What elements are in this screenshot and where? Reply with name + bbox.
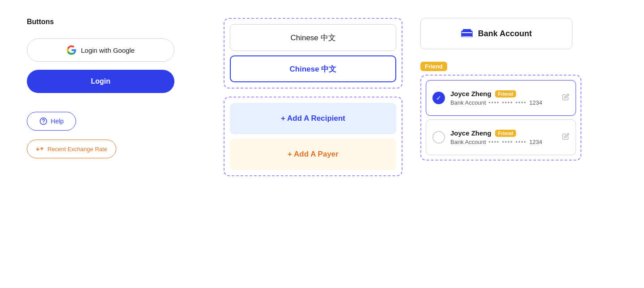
add-recipient-label: + Add A Recipient	[281, 114, 345, 123]
login-google-button[interactable]: Login with Google	[27, 38, 174, 62]
bank-account-button[interactable]: Bank Account	[420, 18, 572, 49]
edit-icon-1[interactable]	[562, 93, 569, 102]
account-detail-2: Bank Account •••• •••• •••• 1234	[450, 139, 559, 145]
language-default-button[interactable]: Chinese 中文	[230, 24, 396, 51]
language-selected-button[interactable]: Chinese 中文	[230, 55, 396, 82]
account-card-1[interactable]: ✓ Joyce Zheng Friend Bank Account •••• •…	[426, 80, 576, 116]
name-row-2: Joyce Zheng Friend	[450, 129, 559, 137]
section-title: Buttons	[27, 18, 215, 26]
friend-badge-2: Friend	[495, 130, 517, 137]
help-icon	[39, 117, 47, 125]
left-column: Buttons Login with Google Login Help	[27, 18, 215, 176]
language-selection-box: Chinese 中文 Chinese 中文	[224, 18, 402, 89]
add-payer-button[interactable]: + Add A Payer	[230, 139, 396, 170]
right-column: Bank Account Friend ✓ Joyce Zheng Friend…	[420, 18, 590, 176]
add-payer-label: + Add A Payer	[288, 150, 339, 159]
name-row-1: Joyce Zheng Friend	[450, 90, 559, 97]
account-type-2: Bank Account	[450, 139, 486, 145]
bank-account-label: Bank Account	[478, 29, 532, 38]
account-cards-box: ✓ Joyce Zheng Friend Bank Account •••• •…	[420, 75, 581, 161]
help-label: Help	[51, 118, 64, 125]
account-name-2: Joyce Zheng	[450, 129, 491, 137]
account-dots-2: •••• •••• ••••	[489, 139, 527, 145]
add-recipient-button[interactable]: + Add A Recipient	[230, 103, 396, 134]
account-type-1: Bank Account	[450, 99, 486, 106]
account-card-2[interactable]: Joyce Zheng Friend Bank Account •••• •••…	[426, 119, 576, 155]
circle-placeholder-2	[432, 131, 445, 144]
svg-rect-5	[463, 29, 471, 32]
account-last4-1: 1234	[530, 99, 542, 106]
google-icon	[67, 45, 76, 55]
account-info-1: Joyce Zheng Friend Bank Account •••• •••…	[450, 90, 559, 106]
login-button[interactable]: Login	[27, 70, 174, 93]
bank-icon	[461, 27, 473, 40]
account-name-1: Joyce Zheng	[450, 90, 491, 97]
login-label: Login	[91, 77, 110, 85]
login-google-label: Login with Google	[81, 47, 135, 54]
middle-column: Chinese 中文 Chinese 中文 + Add A Recipient …	[224, 18, 402, 176]
friend-badge-1: Friend	[495, 90, 517, 97]
edit-icon-2[interactable]	[562, 133, 569, 142]
language-selected-label: Chinese 中文	[290, 64, 337, 74]
check-icon-1: ✓	[432, 92, 445, 104]
friend-label-top: Friend	[420, 62, 447, 71]
account-detail-1: Bank Account •••• •••• •••• 1234	[450, 99, 559, 106]
account-last4-2: 1234	[530, 139, 542, 145]
svg-rect-3	[462, 33, 472, 36]
exchange-rate-button[interactable]: Recent Exchange Rate	[27, 140, 116, 158]
help-button[interactable]: Help	[27, 112, 76, 131]
account-dots-1: •••• •••• ••••	[489, 100, 527, 106]
account-info-2: Joyce Zheng Friend Bank Account •••• •••…	[450, 129, 559, 145]
add-actions-box: + Add A Recipient + Add A Payer	[224, 97, 402, 176]
language-default-label: Chinese 中文	[290, 33, 335, 43]
exchange-icon	[36, 145, 44, 153]
exchange-rate-label: Recent Exchange Rate	[47, 146, 107, 152]
